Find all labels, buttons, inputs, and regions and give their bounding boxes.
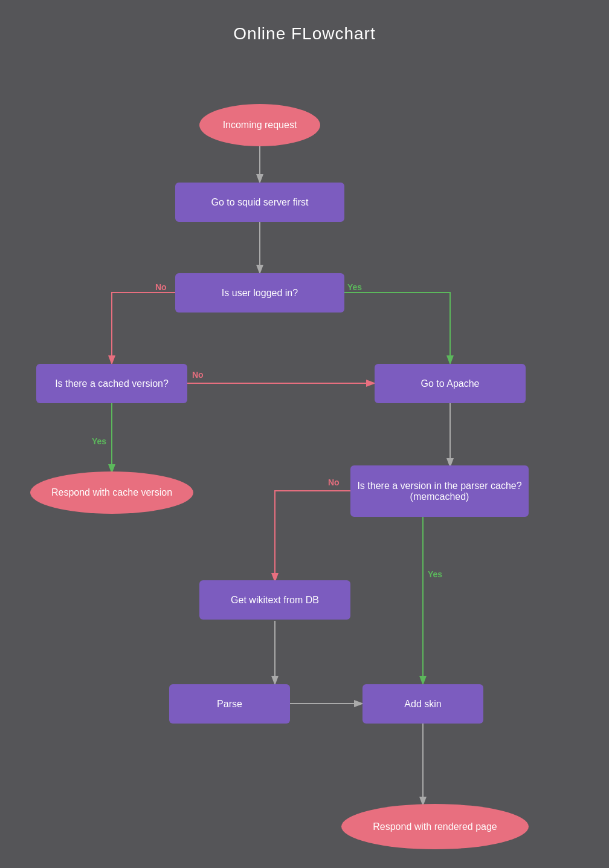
incoming-request-label: Incoming request [223,120,297,131]
page-title: Online FLowchart [0,0,609,44]
parse-node: Parse [169,684,290,724]
label-yes1: Yes [347,282,362,292]
respond-rendered-node: Respond with rendered page [341,804,529,849]
label-yes2: Yes [92,436,106,446]
respond-rendered-label: Respond with rendered page [373,821,497,832]
is-cached-label: Is there a cached version? [55,378,169,389]
respond-cache-label: Respond with cache version [51,487,172,498]
respond-cache-node: Respond with cache version [30,471,193,514]
squid-server-node: Go to squid server first [175,183,344,222]
parser-cache-node: Is there a version in the parser cache? … [350,465,529,517]
is-logged-in-node: Is user logged in? [175,273,344,313]
add-skin-label: Add skin [404,699,441,710]
label-no1: No [155,282,167,292]
add-skin-node: Add skin [362,684,483,724]
label-no2: No [192,370,204,380]
get-wikitext-label: Get wikitext from DB [231,595,319,606]
is-cached-node: Is there a cached version? [36,364,187,403]
incoming-request-node: Incoming request [199,104,320,146]
parse-label: Parse [217,699,242,710]
go-apache-label: Go to Apache [421,378,480,389]
go-apache-node: Go to Apache [375,364,526,403]
get-wikitext-node: Get wikitext from DB [199,580,350,620]
flowchart: Incoming request Go to squid server firs… [0,44,609,868]
arrows-svg [0,44,609,868]
parser-cache-label: Is there a version in the parser cache? … [355,481,524,502]
label-no3: No [328,478,340,487]
is-logged-in-label: Is user logged in? [222,288,298,299]
squid-server-label: Go to squid server first [211,197,309,208]
label-yes3: Yes [428,569,442,579]
